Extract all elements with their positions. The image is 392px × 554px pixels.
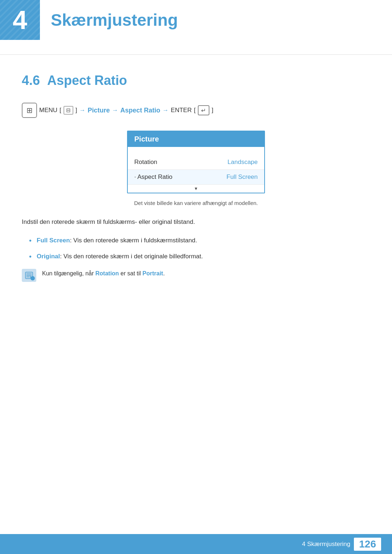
header-divider <box>0 54 392 55</box>
menu-scroll-down-indicator: ▼ <box>128 185 264 193</box>
note-block: Kun tilgængelig, når Rotation er sat til… <box>0 269 392 282</box>
nav-menu-icon-box: ⊟ <box>64 106 73 115</box>
chapter-title: Skærmjustering <box>51 10 178 30</box>
menu-scroll-up-indicator: ▲ <box>128 147 264 155</box>
menu-value-rotation: Landscape <box>228 159 258 166</box>
chapter-number-block: 4 <box>0 0 40 40</box>
menu-label-aspect-ratio: · Aspect Ratio <box>134 173 172 181</box>
bullet-item-original: • Original: Vis den roterede skærm i det… <box>29 250 370 262</box>
menu-value-aspect-ratio: Full Screen <box>226 173 258 181</box>
bullet-item-fullscreen: • Full Screen: Vis den roterede skærm i … <box>29 234 370 246</box>
section-heading: 4.6 Aspect Ratio <box>0 73 392 88</box>
bullet-text-2: Original: Vis den roterede skærm i det o… <box>37 251 203 261</box>
nav-bracket-open: [ <box>60 107 61 114</box>
note-text: Kun tilgængelig, når Rotation er sat til… <box>42 269 165 278</box>
nav-arrow-3: → <box>163 107 169 114</box>
nav-enter-label: ENTER <box>171 107 192 114</box>
chapter-number: 4 <box>13 7 27 33</box>
picture-menu: Picture ▲ Rotation Landscape · Aspect Ra… <box>127 131 265 193</box>
nav-aspect-ratio: Aspect Ratio <box>121 107 160 114</box>
nav-enter-icon: ↵ <box>198 105 209 115</box>
picture-menu-header: Picture <box>128 131 264 147</box>
section-number: 4.6 <box>22 73 40 88</box>
nav-picture: Picture <box>88 107 110 114</box>
menu-row-aspect-ratio: · Aspect Ratio Full Screen <box>128 170 264 185</box>
picture-menu-title: Picture <box>134 135 159 143</box>
nav-bracket-close: ] <box>75 107 77 114</box>
page-header: 4 Skærmjustering <box>0 0 392 40</box>
nav-menu-label: MENU <box>39 107 57 114</box>
nav-arrow-1: → <box>79 107 86 114</box>
footer-page-number: 126 <box>354 538 381 551</box>
bullet-dot-2: • <box>29 251 32 262</box>
nav-arrow-2: → <box>112 107 118 114</box>
section-title: Aspect Ratio <box>47 73 127 88</box>
menu-caption: Det viste billede kan variere afhængigt … <box>0 200 392 206</box>
menu-label-rotation: Rotation <box>134 159 157 166</box>
body-text: Indstil den roterede skærm til fuldskærm… <box>0 217 392 227</box>
picture-menu-container: Picture ▲ Rotation Landscape · Aspect Ra… <box>0 131 392 193</box>
pencil-icon <box>25 271 33 279</box>
menu-row-rotation: Rotation Landscape <box>128 155 264 170</box>
footer-text: 4 Skærmjustering <box>302 541 350 548</box>
bullet-list: • Full Screen: Vis den roterede skærm i … <box>0 234 392 262</box>
bullet-dot-1: • <box>29 235 32 246</box>
bullet-text-1: Full Screen: Vis den roterede skærm i fu… <box>37 235 197 245</box>
nav-path: ⊞ MENU [ ⊟ ] → Picture → Aspect Ratio → … <box>0 103 392 118</box>
note-icon <box>22 269 36 282</box>
page-footer: 4 Skærmjustering 126 <box>0 534 392 554</box>
term-fullscreen: Full Screen <box>37 237 70 244</box>
menu-icon: ⊞ <box>22 103 37 118</box>
term-original: Original <box>37 253 60 260</box>
